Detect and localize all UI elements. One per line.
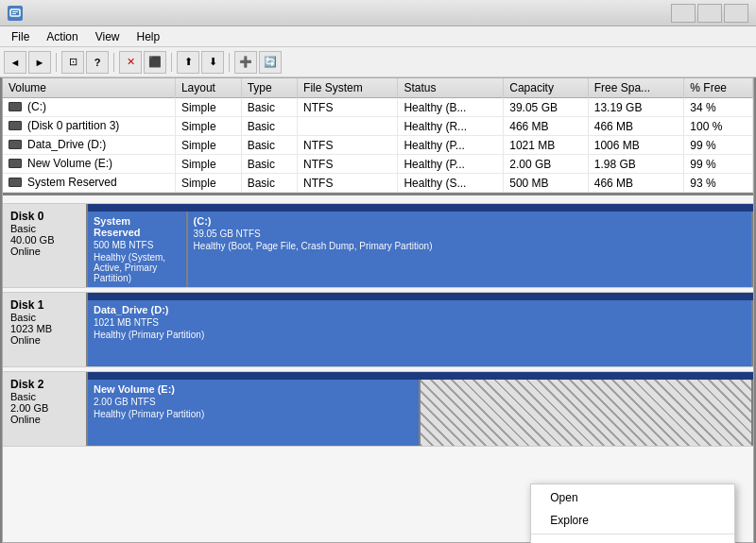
context-sep-2 xyxy=(531,534,734,535)
partition-container-2: New Volume (E:) 2.00 GB NTFS Healthy (Pr… xyxy=(88,380,753,446)
partition-status: Healthy (Boot, Page File, Crash Dump, Pr… xyxy=(194,241,746,251)
table-cell: Simple xyxy=(175,174,241,193)
disk-row-0: Disk 0 Basic 40.00 GB OnlineSystem Reser… xyxy=(3,203,753,288)
disk-name: Disk 2 xyxy=(10,378,78,391)
menu-action[interactable]: Action xyxy=(39,28,85,45)
context-item-mark-active[interactable]: Mark Partition as Active xyxy=(531,536,734,543)
table-cell xyxy=(298,117,398,136)
toolbar-help[interactable]: ? xyxy=(86,51,109,74)
table-cell: 1006 MB xyxy=(588,136,684,155)
table-cell: Simple xyxy=(175,155,241,174)
close-button[interactable] xyxy=(724,4,748,23)
disk-size: 1023 MB xyxy=(10,323,78,334)
table-cell: 466 MB xyxy=(504,117,588,136)
partition-status: Healthy (System, Active, Primary Partiti… xyxy=(94,252,180,283)
disk-status: Online xyxy=(10,334,78,346)
table-cell: Simple xyxy=(175,136,241,155)
partition-size: 1021 MB NTFS xyxy=(94,317,746,328)
context-menu: OpenExploreMark Partition as ActiveChang… xyxy=(530,484,735,543)
partition-0-1[interactable]: (C:) 39.05 GB NTFS Healthy (Boot, Page F… xyxy=(188,212,753,287)
toolbar-properties[interactable]: ⊡ xyxy=(61,51,84,74)
table-cell: Healthy (R... xyxy=(398,117,504,136)
partition-status: Healthy (Primary Partition) xyxy=(94,330,746,340)
partition-2-0[interactable]: New Volume (E:) 2.00 GB NTFS Healthy (Pr… xyxy=(88,380,421,446)
partition-1-0[interactable]: Data_Drive (D:) 1021 MB NTFS Healthy (Pr… xyxy=(88,300,753,366)
toolbar-sep-4 xyxy=(229,53,230,72)
table-cell: Basic xyxy=(241,155,297,174)
disk-label-0: Disk 0 Basic 40.00 GB Online xyxy=(3,204,88,287)
partition-name: Data_Drive (D:) xyxy=(94,304,746,315)
partition-size: 39.05 GB NTFS xyxy=(194,229,746,239)
col-layout[interactable]: Layout xyxy=(175,78,241,98)
table-row[interactable]: System ReservedSimpleBasicNTFSHealthy (S… xyxy=(3,174,753,193)
table-cell: Basic xyxy=(241,117,297,136)
toolbar-up[interactable]: ⬆ xyxy=(177,51,199,74)
minimize-button[interactable] xyxy=(671,4,696,23)
main-window: Volume Layout Type File System Status Ca… xyxy=(0,77,756,543)
table-cell: 466 MB xyxy=(588,174,684,193)
table-row[interactable]: New Volume (E:)SimpleBasicNTFSHealthy (P… xyxy=(3,155,753,174)
partition-2-1[interactable] xyxy=(421,380,753,446)
toolbar-add[interactable]: ➕ xyxy=(234,51,257,74)
col-pctfree[interactable]: % Free xyxy=(684,78,753,98)
partition-name: System Reserved xyxy=(94,215,180,238)
disk-table-section: Volume Layout Type File System Status Ca… xyxy=(3,78,753,195)
table-cell: 39.05 GB xyxy=(504,98,588,117)
toolbar: ◄ ► ⊡ ? ✕ ⬛ ⬆ ⬇ ➕ 🔄 xyxy=(0,47,756,77)
table-cell: Basic xyxy=(241,174,297,193)
disk-name: Disk 0 xyxy=(10,210,78,223)
toolbar-sep-3 xyxy=(171,53,172,72)
col-type[interactable]: Type xyxy=(241,78,297,98)
disk-type: Basic xyxy=(10,223,78,234)
disk-table: Volume Layout Type File System Status Ca… xyxy=(3,78,753,193)
table-cell: 1.98 GB xyxy=(588,155,684,174)
maximize-button[interactable] xyxy=(697,4,722,23)
table-cell: 99 % xyxy=(684,155,753,174)
table-header-row: Volume Layout Type File System Status Ca… xyxy=(3,78,753,98)
menu-bar: File Action View Help xyxy=(0,26,756,47)
col-status[interactable]: Status xyxy=(398,78,504,98)
title-controls xyxy=(671,4,748,23)
menu-view[interactable]: View xyxy=(88,28,128,45)
partition-0-0[interactable]: System Reserved 500 MB NTFS Healthy (Sys… xyxy=(88,212,188,287)
disk-name: Disk 1 xyxy=(10,298,78,312)
main-container: Volume Layout Type File System Status Ca… xyxy=(2,77,754,543)
menu-file[interactable]: File xyxy=(4,28,37,45)
svg-rect-2 xyxy=(12,13,16,14)
table-row[interactable]: (Disk 0 partition 3)SimpleBasicHealthy (… xyxy=(3,117,753,136)
table-cell: 34 % xyxy=(684,98,753,117)
context-item-open[interactable]: Open xyxy=(531,486,734,509)
disk-status: Online xyxy=(10,414,78,425)
toolbar-stop[interactable]: ⬛ xyxy=(144,51,166,74)
toolbar-delete[interactable]: ✕ xyxy=(119,51,142,74)
toolbar-down[interactable]: ⬇ xyxy=(201,51,224,74)
table-cell: Simple xyxy=(175,117,241,136)
table-cell: (C:) xyxy=(3,98,175,117)
partition-name: (C:) xyxy=(194,215,746,227)
table-cell: 99 % xyxy=(684,136,753,155)
toolbar-back[interactable]: ◄ xyxy=(4,51,26,74)
table-row[interactable]: Data_Drive (D:)SimpleBasicNTFSHealthy (P… xyxy=(3,136,753,155)
table-cell: 100 % xyxy=(684,117,753,136)
col-freespace[interactable]: Free Spa... xyxy=(588,78,684,98)
col-capacity[interactable]: Capacity xyxy=(504,78,588,98)
table-cell: 466 MB xyxy=(588,117,684,136)
disk-size: 2.00 GB xyxy=(10,402,78,414)
col-filesystem[interactable]: File System xyxy=(298,78,398,98)
table-cell: Healthy (P... xyxy=(398,136,504,155)
table-cell: NTFS xyxy=(298,136,398,155)
col-volume[interactable]: Volume xyxy=(3,78,175,98)
table-cell: 2.00 GB xyxy=(504,155,588,174)
context-item-explore[interactable]: Explore xyxy=(531,509,734,532)
menu-help[interactable]: Help xyxy=(129,28,168,45)
table-cell: 1021 MB xyxy=(504,136,588,155)
svg-rect-1 xyxy=(12,11,18,12)
table-cell: 500 MB xyxy=(504,174,588,193)
table-cell: Data_Drive (D:) xyxy=(3,136,175,155)
disk-row-1: Disk 1 Basic 1023 MB OnlineData_Drive (D… xyxy=(3,292,753,367)
toolbar-refresh[interactable]: 🔄 xyxy=(259,51,282,74)
table-cell: Simple xyxy=(175,98,241,117)
table-cell: Healthy (B... xyxy=(398,98,504,117)
table-row[interactable]: (C:)SimpleBasicNTFSHealthy (B...39.05 GB… xyxy=(3,98,753,117)
toolbar-forward[interactable]: ► xyxy=(28,51,51,74)
